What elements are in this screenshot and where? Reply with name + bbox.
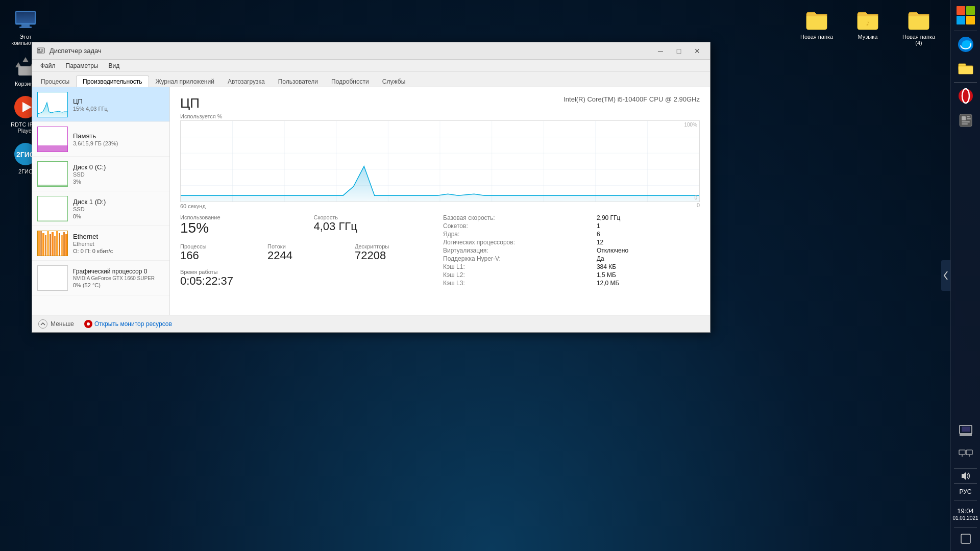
app-icon-5[interactable] [954,109,977,132]
desktop-icon-new-folder[interactable]: Новая папка [796,5,837,48]
window-controls: ─ □ ✕ [652,44,706,58]
clock[interactable]: 19:04 01.01.2021 [954,503,977,525]
disk1-name: Диск 1 (D:) [73,198,164,206]
tab-performance[interactable]: Производительность [76,76,149,87]
ethernet-info: Ethernet Ethernet О: 0 П: 0 кбит/с [73,233,164,254]
sockets-value: 1 [597,222,700,230]
menubar: Файл Параметры Вид [32,60,710,72]
less-button[interactable]: Меньше [38,319,74,329]
svg-rect-19 [967,116,970,117]
hyper-label: Поддержка Hyper-V: [443,255,586,262]
stat-threads: Потоки 2244 [267,243,350,262]
sidebar-item-memory[interactable]: Память 3,6/15,9 ГБ (23%) [32,122,169,157]
descriptors-label: Дескрипторы [355,243,437,249]
bottom-bar: Меньше Открыть монитор ресурсов [32,315,710,332]
ethernet-name: Ethernet [73,233,164,240]
sidebar-item-gpu[interactable]: Графический процессор 0 NVIDIA GeForce G… [32,261,169,295]
svg-marker-32 [962,472,966,480]
disk0-info: Диск 0 (C:) SSD 3% [73,163,164,185]
svg-point-68 [87,322,90,325]
windows-start-button[interactable] [954,4,977,27]
svg-rect-18 [962,116,966,120]
desktop-icon-music[interactable]: ♪ Музыка [847,5,888,48]
svg-rect-27 [962,427,970,432]
svg-rect-44 [45,235,46,256]
hyper-value: Да [597,255,700,262]
screen-resolution-icon[interactable] [954,419,977,442]
svg-rect-47 [52,232,54,256]
disk1-info: Диск 1 (D:) SSD 0% [73,198,164,219]
stat-processes: Процессы 166 [180,243,262,262]
graph-container: 100% [180,120,700,202]
svg-rect-45 [47,231,49,256]
monitor-icon[interactable] [954,444,977,466]
date-display: 01.01.2021 [952,515,978,521]
tab-users[interactable]: Пользователи [272,76,325,87]
disk1-sub: SSD [73,206,164,212]
open-resource-monitor[interactable]: Открыть монитор ресурсов [84,320,172,328]
explorer-icon[interactable] [954,58,977,80]
tab-app-history[interactable]: Журнал приложений [149,76,221,87]
cpu-info: ЦП 15% 4,03 ГГц [73,97,164,112]
sidebar-item-cpu[interactable]: ЦП 15% 4,03 ГГц [32,87,169,122]
threads-label: Потоки [267,243,350,249]
tab-details[interactable]: Подробности [325,76,376,87]
processes-value: 166 [180,249,262,262]
svg-rect-14 [959,67,973,74]
sockets-label: Сокетов: [443,222,586,230]
cpu-name: ЦП [73,97,164,105]
desktop-icon-new-folder4[interactable]: Новая папка (4) [898,5,939,48]
right-taskbar-sep-1 [954,31,977,31]
menu-file[interactable]: Файл [36,61,60,70]
titlebar: Диспетчер задач ─ □ ✕ [32,42,710,60]
gpu-name: Графический процессор 0 [73,268,164,275]
logical-value: 12 [597,239,700,246]
stats-left-col: Использование 15% Скорость 4,03 ГГц Проц… [180,214,437,294]
sidebar: ЦП 15% 4,03 ГГц Память 3,6/15,9 ГБ (23%) [32,87,170,315]
svg-rect-28 [959,450,965,455]
svg-rect-43 [42,233,44,256]
menu-view[interactable]: Вид [104,61,124,70]
notification-button[interactable] [954,530,977,548]
right-taskbar-sep-2 [954,82,977,83]
svg-rect-35 [38,49,40,51]
sidebar-item-disk0[interactable]: Диск 0 (C:) SSD 3% [32,157,169,191]
graph-y-label: Используется % [180,113,700,119]
2gis-label: 2ГИС [18,168,33,174]
close-button[interactable]: ✕ [689,44,706,58]
tab-startup[interactable]: Автозагрузка [221,76,272,87]
svg-rect-42 [40,231,42,256]
tab-processes[interactable]: Процессы [34,76,76,87]
right-panel-collapse[interactable] [941,260,950,291]
edge-icon[interactable] [954,33,977,56]
svg-point-15 [959,89,973,103]
cpu-performance-graph [181,121,699,202]
processes-label: Процессы [180,243,262,249]
opera-icon[interactable] [954,85,977,107]
sidebar-item-ethernet[interactable]: Ethernet Ethernet О: 0 П: 0 кбит/с [32,226,169,261]
l2-label: Кэш L2: [443,271,586,279]
language-indicator[interactable]: РУС [954,486,977,498]
sidebar-item-disk1[interactable]: Диск 1 (D:) SSD 0% [32,191,169,226]
new-folder4-label: Новая папка (4) [902,34,935,46]
l3-value: 12,0 МБ [597,280,700,287]
disk0-val: 3% [73,179,164,185]
desktop-icons-topright: Новая папка ♪ Музыка Новая папка (4) [796,5,939,48]
graph-x-right-label: 0 [697,202,700,209]
svg-rect-33 [961,534,970,543]
menu-params[interactable]: Параметры [62,61,103,70]
tab-services[interactable]: Службы [376,76,412,87]
svg-rect-4 [19,27,32,28]
maximize-button[interactable]: □ [670,44,688,58]
speaker-icon[interactable] [954,471,977,481]
less-label: Меньше [51,320,74,328]
memory-name: Память [73,132,164,140]
svg-rect-20 [967,118,971,119]
svg-rect-21 [962,121,970,122]
disk0-thumbnail [37,161,68,187]
right-taskbar-sep-3 [954,468,977,469]
svg-rect-53 [65,234,67,256]
ethernet-val: О: 0 П: 0 кбит/с [73,248,164,254]
open-monitor-label: Открыть монитор ресурсов [94,320,172,328]
minimize-button[interactable]: ─ [652,44,669,58]
